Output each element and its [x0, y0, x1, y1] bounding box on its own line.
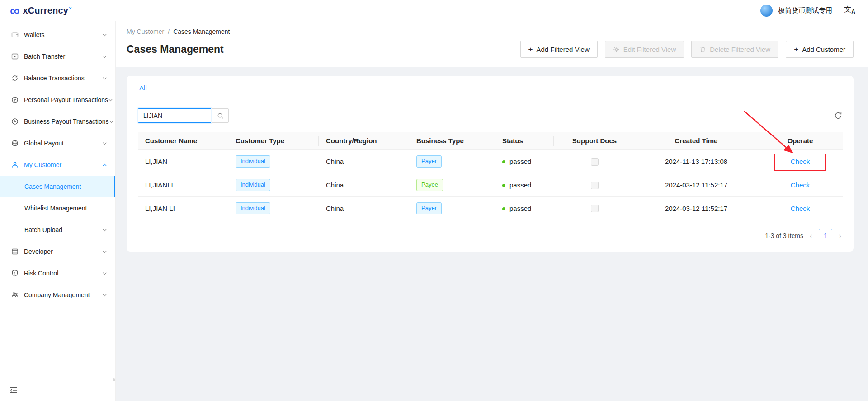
- pagination: 1-3 of 3 items ‹ 1 ›: [127, 220, 854, 252]
- sidebar: Wallets Batch Transfer Balance Transacti…: [0, 21, 116, 401]
- sidebar-item-personal-payout-transactions[interactable]: Personal Payout Transactions: [0, 89, 115, 111]
- business-payout-icon: [11, 117, 19, 126]
- developer-icon: [11, 247, 19, 256]
- sidebar-item-my-customer[interactable]: My Customer: [0, 154, 115, 176]
- logo-trademark-icon: ×: [69, 5, 72, 11]
- sidebar-item-wallets[interactable]: Wallets: [0, 24, 115, 46]
- col-business-type: Business Type: [409, 132, 495, 150]
- trash-icon: [699, 46, 706, 53]
- gear-icon: [613, 46, 620, 53]
- refresh-icon[interactable]: [834, 112, 842, 120]
- status-dot: [502, 207, 505, 210]
- sidebar-item-global-payout[interactable]: Global Payout: [0, 132, 115, 154]
- support-docs-cell: [554, 173, 635, 196]
- breadcrumb: My Customer / Cases Management: [127, 28, 854, 35]
- sidebar-item-risk-control[interactable]: Risk Control: [0, 262, 115, 284]
- user-avatar[interactable]: [760, 5, 773, 17]
- customer-name-cell: LI,JIAN: [138, 150, 228, 173]
- individual-badge: Individual: [236, 179, 270, 191]
- sidebar-item-company-management[interactable]: Company Management: [0, 284, 115, 306]
- add-filtered-view-button[interactable]: + Add Filtered View: [520, 41, 598, 58]
- app-logo[interactable]: ∞ xCurrency×: [10, 5, 72, 17]
- individual-badge: Individual: [236, 202, 270, 214]
- col-status: Status: [495, 132, 554, 150]
- pagination-summary: 1-3 of 3 items: [765, 232, 803, 239]
- translate-icon[interactable]: 文A: [844, 6, 855, 14]
- cases-card: All: [127, 76, 854, 252]
- operate-cell: Check: [757, 150, 843, 173]
- operate-cell: Check: [757, 196, 843, 220]
- topbar-right: 极简货币测试专用 文A: [760, 5, 855, 17]
- company-management-icon: [11, 291, 19, 299]
- customer-name-cell: LI,JIAN LI: [138, 196, 228, 220]
- table-row: LI,JIANLI Individual China Payee passed …: [138, 173, 843, 196]
- chevron-up-icon: [102, 163, 107, 168]
- cases-table: Customer Name Customer Type Country/Regi…: [127, 123, 854, 220]
- status-text: passed: [509, 158, 531, 165]
- tab-all[interactable]: All: [138, 76, 148, 98]
- my-customer-icon: [11, 161, 19, 169]
- business-type-cell: Payee: [409, 173, 495, 196]
- support-docs-cell: [554, 196, 635, 220]
- country-cell: China: [319, 173, 409, 196]
- search-button[interactable]: [212, 108, 229, 123]
- chevron-down-icon: [102, 293, 107, 298]
- customer-type-cell: Individual: [228, 196, 319, 220]
- tab-bar: All: [127, 76, 854, 98]
- edit-filtered-view-button[interactable]: Edit Filtered View: [605, 41, 684, 58]
- check-link[interactable]: Check: [791, 158, 810, 165]
- sidebar-item-cases-management[interactable]: Cases Management: [0, 176, 115, 197]
- page-number-1[interactable]: 1: [819, 229, 832, 242]
- sidebar-item-batch-upload[interactable]: Batch Upload: [0, 219, 115, 241]
- prev-page-icon[interactable]: ‹: [809, 232, 813, 240]
- next-page-icon[interactable]: ›: [838, 232, 842, 240]
- breadcrumb-my-customer[interactable]: My Customer: [127, 28, 164, 35]
- page-title: Cases Management: [127, 43, 224, 56]
- personal-payout-icon: [11, 96, 19, 104]
- payer-badge: Payer: [416, 202, 442, 214]
- collapse-sidebar-icon[interactable]: [10, 387, 17, 393]
- status-cell: passed: [495, 173, 554, 196]
- table-row: LI,JIAN LI Individual China Payer passed…: [138, 196, 843, 220]
- chevron-down-icon: [102, 76, 107, 81]
- check-link[interactable]: Check: [791, 181, 810, 189]
- plus-icon: +: [794, 46, 798, 53]
- sidebar-item-batch-transfer[interactable]: Batch Transfer: [0, 46, 115, 67]
- sidebar-item-business-payout-transactions[interactable]: Business Payout Transactions: [0, 111, 115, 132]
- sidebar-item-balance-transactions[interactable]: Balance Transactions: [0, 67, 115, 89]
- country-cell: China: [319, 150, 409, 173]
- wallet-icon: [11, 31, 19, 39]
- chevron-down-icon: [102, 54, 107, 59]
- customer-name-cell: LI,JIANLI: [138, 173, 228, 196]
- add-customer-button[interactable]: + Add Customer: [786, 41, 854, 58]
- business-type-cell: Payer: [409, 196, 495, 220]
- col-customer-type: Customer Type: [228, 132, 319, 150]
- sidebar-item-whitelist-management[interactable]: Whitelist Management: [0, 197, 115, 219]
- batch-transfer-icon: [11, 52, 19, 61]
- page-header: My Customer / Cases Management Cases Man…: [116, 21, 868, 67]
- check-link[interactable]: Check: [791, 205, 810, 212]
- status-cell: passed: [495, 196, 554, 220]
- status-dot: [502, 160, 505, 163]
- payee-badge: Payee: [416, 179, 443, 191]
- col-operate: Operate: [757, 132, 843, 150]
- sidebar-item-developer[interactable]: Developer: [0, 241, 115, 262]
- balance-transactions-icon: [11, 74, 19, 82]
- support-docs-checkbox[interactable]: [591, 158, 599, 166]
- main-content: My Customer / Cases Management Cases Man…: [116, 21, 868, 401]
- support-docs-checkbox[interactable]: [591, 182, 599, 189]
- delete-filtered-view-button[interactable]: Delete Filtered View: [691, 41, 778, 58]
- table-row: LI,JIAN Individual China Payer passed 20…: [138, 150, 843, 173]
- chevron-down-icon: [109, 119, 114, 124]
- status-dot: [502, 184, 505, 187]
- payer-badge: Payer: [416, 155, 442, 168]
- username[interactable]: 极简货币测试专用: [778, 6, 832, 15]
- support-docs-checkbox[interactable]: [591, 205, 599, 212]
- col-customer-name: Customer Name: [138, 132, 228, 150]
- chevron-down-icon: [102, 33, 107, 37]
- toolbar: [127, 98, 854, 123]
- support-docs-cell: [554, 150, 635, 173]
- infinity-logo-icon: ∞: [10, 5, 19, 17]
- search-input[interactable]: [138, 108, 211, 123]
- breadcrumb-separator: /: [168, 28, 170, 35]
